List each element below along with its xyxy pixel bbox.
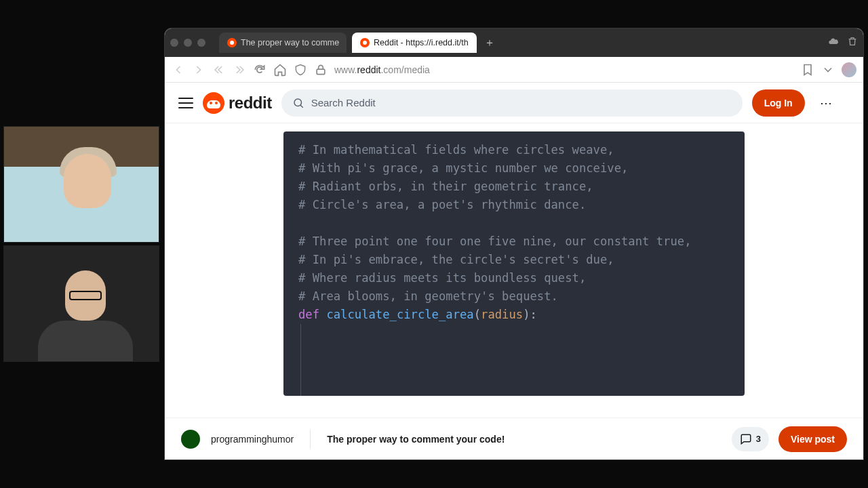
home-button[interactable] (273, 63, 287, 77)
window-traffic-lights[interactable] (170, 39, 205, 47)
search-icon (292, 97, 304, 109)
code-image: # In mathematical fields where circles w… (283, 131, 745, 396)
tab-strip: The proper way to comme Reddit - https:/… (165, 28, 863, 57)
nav-forward-all-button[interactable] (233, 63, 246, 77)
subreddit-name[interactable]: programminghumor (211, 434, 294, 445)
nav-back-button[interactable] (172, 63, 185, 77)
post-footer-bar: programminghumor The proper way to comme… (165, 418, 863, 460)
profile-avatar[interactable] (842, 62, 856, 77)
more-button[interactable]: ⋯ (814, 92, 837, 115)
url-subdomain: www. (334, 64, 357, 75)
menu-button[interactable] (178, 98, 193, 108)
webcam-panel (3, 126, 159, 362)
browser-window: The proper way to comme Reddit - https:/… (165, 28, 863, 460)
reddit-wordmark: reddit (229, 94, 272, 113)
search-input[interactable]: Search Reddit (281, 89, 743, 117)
bookmark-icon[interactable] (801, 63, 814, 77)
url-bar: www.reddit.com/media (165, 57, 863, 83)
webcam-participant-2 (3, 245, 159, 362)
media-viewer: # In mathematical fields where circles w… (165, 123, 863, 418)
nav-forward-button[interactable] (192, 63, 205, 77)
reddit-snoo-icon (203, 92, 224, 114)
subreddit-avatar[interactable] (181, 430, 200, 449)
url-host: reddit (357, 64, 380, 75)
webcam-participant-1 (3, 126, 159, 243)
comment-count: 3 (756, 434, 761, 444)
close-icon[interactable] (170, 39, 178, 47)
lock-icon[interactable] (314, 63, 328, 77)
login-button[interactable]: Log In (752, 89, 805, 117)
comment-icon (740, 433, 752, 445)
url-tld: .com (380, 64, 401, 75)
chevron-down-icon[interactable] (821, 63, 835, 77)
address-field[interactable]: www.reddit.com/media (334, 64, 430, 75)
view-post-button[interactable]: View post (778, 426, 847, 452)
reddit-favicon-icon (360, 38, 370, 47)
svg-rect-0 (317, 69, 325, 75)
nav-back-all-button[interactable] (212, 63, 226, 77)
tab-label: The proper way to comme (241, 38, 339, 47)
reddit-logo[interactable]: reddit (203, 92, 272, 114)
tab-label: Reddit - https://i.redd.it/th (374, 38, 469, 47)
new-tab-button[interactable]: ＋ (482, 35, 497, 50)
reddit-favicon-icon (227, 38, 237, 47)
zoom-icon[interactable] (197, 39, 205, 47)
minimize-icon[interactable] (184, 39, 192, 47)
tab-active[interactable]: Reddit - https://i.redd.it/th (352, 33, 477, 53)
site-header: reddit Search Reddit Log In ⋯ (165, 83, 863, 123)
comments-button[interactable]: 3 (732, 427, 769, 451)
tab-inactive[interactable]: The proper way to comme (219, 33, 347, 53)
trash-icon[interactable] (847, 36, 858, 49)
cloud-icon[interactable] (828, 36, 839, 49)
svg-point-1 (294, 99, 302, 106)
shield-icon[interactable] (294, 63, 307, 77)
url-path: /media (401, 64, 430, 75)
reload-button[interactable] (253, 63, 267, 77)
search-placeholder: Search Reddit (311, 97, 376, 108)
post-title: The proper way to comment your code! (327, 434, 505, 445)
